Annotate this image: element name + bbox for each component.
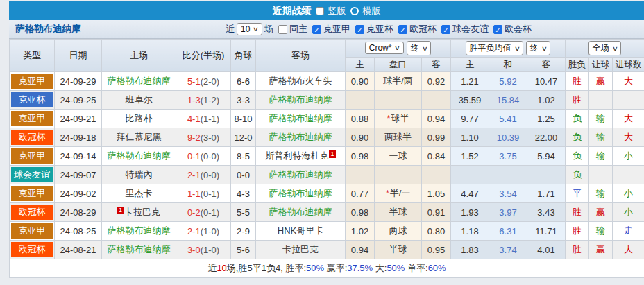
result-cell: 胜 bbox=[566, 222, 589, 241]
col-header-score: 比分(半场) bbox=[176, 40, 231, 72]
handicap-result-cell: 赢 bbox=[589, 72, 613, 91]
match-date: 24-09-02 bbox=[55, 184, 102, 203]
asia-state-select[interactable]: 终∨ bbox=[407, 41, 432, 55]
table-row: 克亚甲 24-08-25 萨格勒布迪纳摩 2-1(1-0) 2-9 HNK哥里卡… bbox=[10, 222, 644, 241]
europe-source-select[interactable]: 胜平负均值∨ bbox=[466, 41, 524, 55]
horizontal-layout-radio[interactable] bbox=[350, 7, 359, 15]
vertical-layout-radio[interactable] bbox=[316, 7, 324, 15]
euro-away-odds bbox=[527, 166, 566, 184]
team-name: 萨格勒布迪纳摩 bbox=[9, 23, 81, 35]
team-name-text: 卡拉巴克 bbox=[282, 244, 319, 254]
col-header-corner: 角球 bbox=[231, 40, 256, 72]
scope-select[interactable]: 全场∨ bbox=[588, 41, 622, 55]
summary-segment: 单率: bbox=[405, 263, 427, 273]
team-name-text: 萨格勒布迪纳摩 bbox=[269, 132, 332, 142]
match-count-select[interactable]: 10∨ bbox=[237, 23, 262, 35]
subheader-asia-line: 盘口 bbox=[375, 58, 422, 72]
euro-home-odds: 1.93 bbox=[451, 203, 489, 222]
league-checkbox[interactable]: ✓ bbox=[493, 25, 502, 34]
team-name-text: 萨格勒布迪纳摩 bbox=[269, 188, 332, 198]
home-team: 1卡拉巴克 bbox=[102, 203, 176, 222]
asia-handicap-line: 半球 bbox=[375, 203, 422, 222]
asia-home-odds: 0.88 bbox=[346, 110, 375, 128]
same-home-label[interactable]: 同主 bbox=[289, 23, 307, 35]
match-date: 24-08-25 bbox=[55, 222, 102, 241]
away-team: 萨格勒布迪纳摩 bbox=[256, 166, 346, 184]
asia-odds-group-header: Crow*∨ 终∨ bbox=[346, 40, 451, 58]
unit-label: 场 bbox=[264, 23, 273, 35]
goals-cell bbox=[613, 91, 644, 110]
home-team: 萨格勒布迪纳摩 bbox=[102, 72, 176, 91]
corner-count: 6-6 bbox=[231, 72, 256, 91]
away-team: 萨格勒布迪纳摩 bbox=[256, 184, 346, 203]
euro-draw-odds: 3.75 bbox=[489, 147, 527, 166]
goals-cell: 小 bbox=[613, 184, 644, 203]
league-checkbox[interactable]: ✓ bbox=[441, 25, 450, 34]
asia-source-select[interactable]: Crow*∨ bbox=[365, 42, 404, 54]
match-date: 24-08-21 bbox=[55, 241, 102, 259]
table-row: 克亚甲 24-09-14 萨格勒布迪纳摩 0-1(0-0) 8-5 斯普利特海杜… bbox=[10, 147, 644, 166]
asia-handicap-line: *半/一 bbox=[375, 184, 422, 203]
euro-home-odds: 1.52 bbox=[451, 147, 489, 166]
league-checkbox-label[interactable]: 球会友谊 bbox=[452, 23, 489, 35]
asia-away-odds: 1.05 bbox=[422, 184, 451, 203]
league-checkbox-label[interactable]: 克亚杯 bbox=[366, 23, 393, 35]
match-score: 9-2(3-0) bbox=[176, 128, 231, 147]
summary-row: 近10场,胜5平1负4, 胜率:50% 赢率:37.5% 大:50% 单率:60… bbox=[10, 259, 644, 278]
summary-segment: 近 bbox=[207, 263, 217, 273]
euro-draw-odds: 3.54 bbox=[489, 184, 527, 203]
match-date: 24-09-14 bbox=[55, 147, 102, 166]
league-badge: 克亚甲 bbox=[11, 111, 53, 126]
goals-cell: 大 bbox=[613, 110, 644, 128]
team-name-text: 比路朴 bbox=[126, 113, 153, 123]
team-name-text: HNK哥里卡 bbox=[278, 225, 323, 236]
match-score: 4-1(1-1) bbox=[176, 110, 231, 128]
horizontal-layout-label[interactable]: 横版 bbox=[363, 5, 381, 17]
home-team: 里杰卡 bbox=[102, 184, 176, 203]
corner-count: 5-6 bbox=[231, 241, 256, 259]
asia-home-odds: 0.90 bbox=[346, 128, 375, 147]
euro-away-odds: 4.01 bbox=[527, 241, 566, 259]
result-cell: 胜 bbox=[566, 241, 589, 259]
table-row: 欧冠杯 24-09-18 拜仁慕尼黑 9-2(3-0) 12-0 萨格勒布迪纳摩… bbox=[10, 128, 644, 147]
result-cell: 平 bbox=[566, 184, 589, 203]
table-row: 克亚甲 24-09-02 里杰卡 1-1(0-1) 4-3 萨格勒布迪纳摩 0.… bbox=[10, 184, 644, 203]
euro-home-odds: 1.18 bbox=[451, 222, 489, 241]
asia-away-odds: 0.95 bbox=[422, 241, 451, 259]
table-row: 克亚甲 24-09-21 比路朴 4-1(1-1) 8-10 萨格勒布迪纳摩 0… bbox=[10, 110, 644, 128]
col-header-date: 日期 bbox=[55, 40, 102, 72]
team-name-text: 斯普利特海杜克 bbox=[265, 150, 328, 161]
league-type-cell: 克亚甲 bbox=[10, 147, 55, 166]
league-checkbox-label[interactable]: 欧冠杯 bbox=[409, 23, 437, 35]
home-team: 比路朴 bbox=[102, 110, 176, 128]
match-score: 1-1(0-1) bbox=[176, 184, 231, 203]
corner-count: 5-5 bbox=[231, 203, 256, 222]
match-date: 24-09-07 bbox=[55, 166, 102, 184]
table-row: 克亚杯 24-09-25 班卓尔 1-3(1-2) 3-3 萨格勒布迪纳摩 35… bbox=[10, 91, 644, 110]
asia-home-odds: 0.98 bbox=[346, 203, 375, 222]
league-checkbox-label[interactable]: 欧会杯 bbox=[505, 23, 532, 35]
asia-home-odds bbox=[346, 91, 375, 110]
goals-cell: 大 bbox=[613, 128, 644, 147]
vertical-layout-label[interactable]: 竖版 bbox=[328, 5, 346, 17]
europe-state-select[interactable]: 终∨ bbox=[526, 41, 551, 55]
goals-cell: 小 bbox=[613, 147, 644, 166]
asia-handicap-line: *球半 bbox=[375, 110, 422, 128]
euro-home-odds: 1.10 bbox=[451, 128, 489, 147]
league-checkbox[interactable]: ✓ bbox=[398, 25, 407, 34]
asia-home-odds: 0.98 bbox=[346, 147, 375, 166]
euro-draw-odds: 5.41 bbox=[489, 110, 527, 128]
league-checkbox[interactable]: ✓ bbox=[312, 25, 321, 34]
team-name-text: 萨格勒布迪纳摩 bbox=[269, 169, 332, 180]
same-home-checkbox[interactable] bbox=[278, 25, 287, 34]
match-score: 2-1(0-0) bbox=[176, 166, 231, 184]
rank-badge: 1 bbox=[329, 150, 335, 158]
team-name-text: 萨格勒布迪纳摩 bbox=[269, 207, 332, 217]
team-name-text: 萨格勒布迪纳摩 bbox=[108, 225, 171, 236]
league-checkbox-label[interactable]: 克亚甲 bbox=[323, 23, 350, 35]
asia-handicap-line bbox=[375, 91, 422, 110]
chevron-down-icon: ∨ bbox=[394, 44, 400, 51]
subheader-asia-home: 主 bbox=[346, 58, 375, 72]
match-date: 24-09-18 bbox=[55, 128, 102, 147]
league-checkbox[interactable]: ✓ bbox=[355, 25, 364, 34]
